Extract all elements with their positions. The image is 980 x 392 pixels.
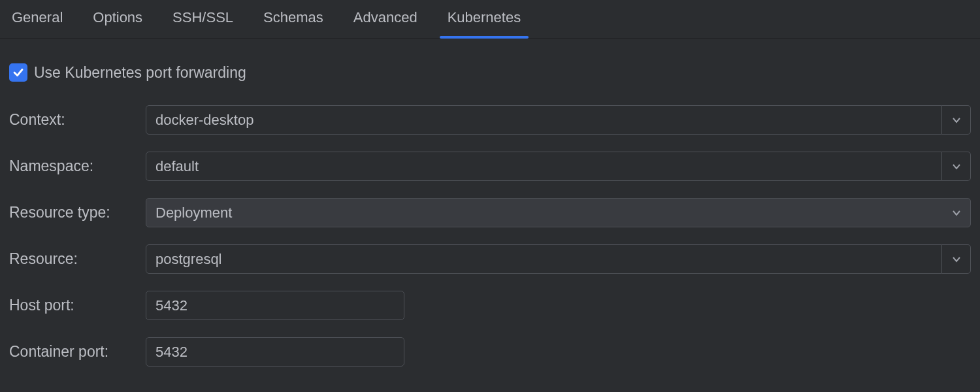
context-combo: docker-desktop — [146, 105, 971, 135]
resource-input[interactable]: postgresql — [146, 244, 942, 274]
context-label: Context: — [9, 111, 146, 129]
host-port-row: Host port: 5432 — [9, 291, 971, 320]
port-forwarding-label: Use Kubernetes port forwarding — [34, 64, 246, 82]
resource-dropdown-button[interactable] — [942, 244, 971, 274]
chevron-down-icon — [952, 117, 961, 123]
namespace-combo: default — [146, 152, 971, 181]
container-port-label: Container port: — [9, 343, 146, 361]
resource-type-value: Deployment — [155, 204, 232, 221]
tab-ssh-ssl[interactable]: SSH/SSL — [172, 9, 233, 38]
tab-schemas[interactable]: Schemas — [263, 9, 323, 38]
resource-type-select[interactable]: Deployment — [146, 198, 971, 227]
context-input[interactable]: docker-desktop — [146, 105, 942, 135]
container-port-row: Container port: 5432 — [9, 337, 971, 367]
port-forwarding-checkbox[interactable] — [9, 63, 27, 82]
context-dropdown-button[interactable] — [942, 105, 971, 135]
namespace-label: Namespace: — [9, 157, 146, 175]
chevron-down-icon — [952, 256, 961, 263]
resource-type-label: Resource type: — [9, 204, 146, 221]
resource-combo: postgresql — [146, 244, 971, 274]
tab-general[interactable]: General — [12, 9, 63, 38]
tab-advanced[interactable]: Advanced — [353, 9, 417, 38]
chevron-down-icon — [952, 210, 961, 216]
port-forwarding-row: Use Kubernetes port forwarding — [9, 63, 971, 82]
resource-row: Resource: postgresql — [9, 244, 971, 274]
host-port-input[interactable]: 5432 — [146, 291, 404, 320]
resource-type-row: Resource type: Deployment — [9, 198, 971, 227]
namespace-input[interactable]: default — [146, 152, 942, 181]
tab-kubernetes[interactable]: Kubernetes — [448, 9, 521, 38]
namespace-dropdown-button[interactable] — [942, 152, 971, 181]
host-port-label: Host port: — [9, 297, 146, 314]
kubernetes-panel: Use Kubernetes port forwarding Context: … — [0, 39, 980, 367]
tab-options[interactable]: Options — [93, 9, 142, 38]
context-row: Context: docker-desktop — [9, 105, 971, 135]
check-icon — [12, 66, 25, 79]
tab-bar: General Options SSH/SSL Schemas Advanced… — [0, 0, 980, 39]
container-port-input[interactable]: 5432 — [146, 337, 404, 367]
resource-label: Resource: — [9, 250, 146, 268]
chevron-down-icon — [952, 163, 961, 170]
namespace-row: Namespace: default — [9, 152, 971, 181]
